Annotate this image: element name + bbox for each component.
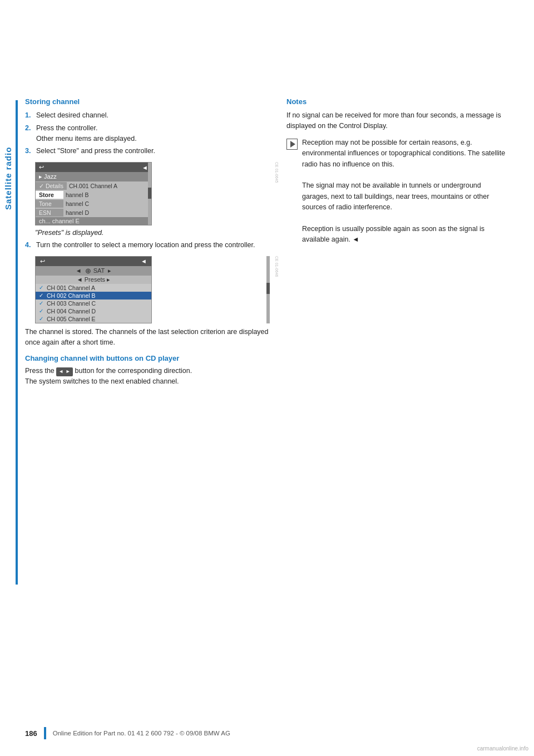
page-number: 186	[25, 729, 37, 738]
channel-row-2: ✓ CH 002 Channel B	[36, 292, 151, 300]
ch2-label: CH 002 Channel B	[47, 292, 96, 299]
screen-row-che: ch... channel E	[36, 217, 151, 225]
top-icon-2: ◄	[141, 258, 147, 264]
two-column-layout: Storing channel 1. Select desired channe…	[25, 97, 509, 390]
note-box: Reception may not be possible for certai…	[286, 138, 509, 246]
footer-bar	[44, 727, 46, 739]
cd-button: ◄ ►	[56, 367, 73, 376]
stored-text: The channel is stored. The channels of t…	[25, 327, 270, 348]
channel-row-4: ✓ CH 004 Channel D	[36, 307, 151, 315]
arrow-left: ◄	[76, 267, 82, 274]
channel-row-1: ✓ CH 001 Channel A	[36, 284, 151, 292]
list-item: 1. Select desired channel.	[25, 110, 270, 121]
notes-para1: If no signal can be received for more th…	[286, 110, 509, 132]
arrow-right: ▸	[108, 267, 111, 274]
list-item: 3. Select "Store" and press the controll…	[25, 146, 270, 156]
screen-row-esn: ESN hannel D	[36, 208, 151, 217]
note-icon-text: Reception may not be possible for certai…	[302, 138, 509, 246]
list-item: 2. Press the controller.Other menu items…	[25, 123, 270, 144]
top-icon: ◄	[142, 164, 148, 171]
row-label-tone: Tone	[36, 200, 63, 208]
side-code-2: CE 01-0646	[275, 256, 279, 277]
ch1-label: CH 001 Channel A	[47, 284, 95, 291]
row-label-esn: ESN	[36, 209, 63, 217]
footer-text: Online Edition for Part no. 01 41 2 600 …	[53, 730, 230, 737]
watermark: carmanualonline.info	[477, 745, 528, 752]
screen-row-ch001: ✓ Details CH.001 Channel A	[36, 181, 151, 190]
screen2-presets-bar: ◄ Presets ▸	[36, 276, 151, 284]
scrollbar-thumb	[148, 188, 151, 199]
screen1-scrollbar	[148, 163, 151, 225]
check-ch2: ✓	[39, 292, 47, 298]
step-text: Select "Store" and press the controller.	[36, 146, 270, 156]
row-content-chb: hannel B	[63, 191, 91, 199]
sidebar-label: Satellite radio	[0, 122, 16, 234]
row-label-details: ✓ Details	[36, 182, 67, 190]
footer: 186 Online Edition for Part no. 01 41 2 …	[25, 727, 509, 739]
sat-label: SAT	[93, 267, 105, 274]
step-num: 2.	[25, 123, 33, 144]
screen1-topbar: ↩ ◄	[36, 163, 151, 172]
accent-bar	[16, 100, 18, 585]
step-num: 1.	[25, 110, 33, 121]
row-content-chc: hannel C	[63, 200, 91, 208]
back-icon-2: ↩	[40, 258, 45, 265]
steps-list: 1. Select desired channel. 2. Press the …	[25, 110, 270, 156]
row-content-chd: hannel D	[63, 209, 91, 217]
channel-row-5: ✓ CH 005 Channel E	[36, 315, 151, 323]
screen1-rows: ✓ Details CH.001 Channel A Store hannel …	[36, 181, 151, 225]
left-column: Storing channel 1. Select desired channe…	[25, 97, 270, 390]
ch5-label: CH 005 Channel E	[47, 316, 96, 322]
step-text-4: Turn the controller to select a memory l…	[36, 240, 270, 251]
check-ch3: ✓	[39, 300, 47, 306]
presets-note: "Presets" is displayed.	[35, 229, 270, 237]
screen2-mockup: ↩ ◄ ◄ ⊕ SAT ▸ ◄ Presets ▸ ✓	[35, 256, 152, 323]
step-text: Press the controller.Other menu items ar…	[36, 123, 270, 144]
changing-channel-text: Press the ◄ ► button for the correspondi…	[25, 366, 270, 387]
check-ch5: ✓	[39, 316, 47, 322]
check-ch4: ✓	[39, 308, 47, 314]
screen2-sat-bar: ◄ ⊕ SAT ▸	[36, 266, 151, 276]
note-icon	[286, 139, 298, 150]
sat-label-group: ⊕ SAT	[85, 267, 105, 275]
play-triangle-icon	[290, 141, 295, 148]
changing-channel-title: Changing channel with buttons on CD play…	[25, 354, 270, 362]
sat-icon: ⊕	[85, 267, 91, 275]
list-item-4: 4. Turn the controller to select a memor…	[25, 240, 270, 251]
main-content: Storing channel 1. Select desired channe…	[25, 97, 509, 390]
side-code-1: CE 01-0645	[275, 162, 279, 183]
scrollbar-thumb-2	[266, 283, 270, 294]
screen-row-store: Store hannel B	[36, 190, 151, 199]
ch3-label: CH 003 Channel C	[47, 300, 96, 307]
notes-title: Notes	[286, 97, 509, 106]
channel-row-3: ✓ CH 003 Channel C	[36, 300, 151, 307]
row-content-cha: CH.001 Channel A	[67, 182, 120, 190]
ch4-label: CH 004 Channel D	[47, 308, 96, 315]
screen2-scrollbar	[266, 256, 270, 323]
right-column: Notes If no signal can be received for m…	[286, 97, 509, 390]
screen-row-tone: Tone hannel C	[36, 199, 151, 208]
storing-channel-title: Storing channel	[25, 97, 270, 106]
row-label-store: Store	[36, 191, 63, 199]
screen1-mockup: ↩ ◄ ▸ Jazz ✓ Details CH.001 Channel A St…	[35, 162, 152, 225]
screen1-jazz: ▸ Jazz	[36, 172, 151, 181]
step-num: 3.	[25, 146, 33, 156]
step-text: Select desired channel.	[36, 110, 270, 121]
screen2-topbar: ↩ ◄	[36, 257, 151, 266]
step-num-4: 4.	[25, 240, 33, 251]
steps-list-2: 4. Turn the controller to select a memor…	[25, 240, 270, 251]
check-ch1: ✓	[39, 284, 47, 291]
back-icon: ↩	[39, 164, 44, 171]
